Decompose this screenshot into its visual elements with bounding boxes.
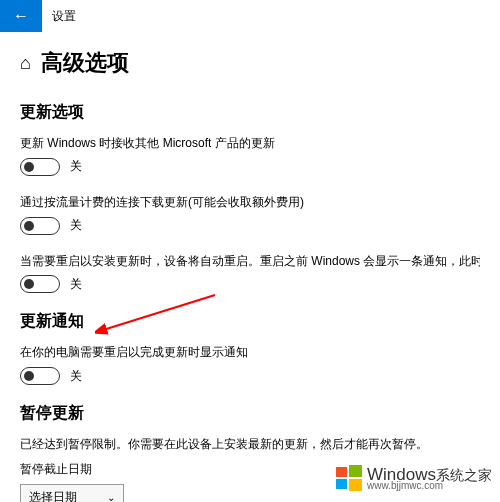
titlebar: ← 设置 <box>0 0 500 32</box>
toggle-auto-restart[interactable] <box>20 275 60 293</box>
section-update-options: 更新选项 更新 Windows 时接收其他 Microsoft 产品的更新 关 … <box>20 102 480 293</box>
toggle-metered-connection[interactable] <box>20 217 60 235</box>
page-title: 高级选项 <box>41 48 129 78</box>
section-update-notify: 更新通知 在你的电脑需要重启以完成更新时显示通知 关 <box>20 311 480 385</box>
back-button[interactable]: ← <box>0 0 42 32</box>
svg-rect-1 <box>336 467 347 477</box>
toggle-state: 关 <box>70 217 82 234</box>
toggle-state: 关 <box>70 158 82 175</box>
svg-rect-3 <box>336 479 347 489</box>
watermark: Windows系统之家 www.bjjmwc.com <box>335 464 492 492</box>
toggle-other-microsoft-updates[interactable] <box>20 158 60 176</box>
arrow-left-icon: ← <box>13 7 29 25</box>
watermark-url: www.bjjmwc.com <box>367 481 492 491</box>
chevron-down-icon: ⌄ <box>107 492 115 502</box>
svg-rect-2 <box>349 465 362 477</box>
section-title: 更新通知 <box>20 311 480 332</box>
windows-logo-icon <box>335 464 363 492</box>
section-title: 更新选项 <box>20 102 480 123</box>
option-auto-restart: 当需要重启以安装更新时，设备将自动重启。重启之前 Windows 会显示一条通知… <box>20 253 480 294</box>
svg-rect-4 <box>349 479 362 491</box>
page-header: ⌂ 高级选项 <box>20 48 480 78</box>
option-label: 当需要重启以安装更新时，设备将自动重启。重启之前 Windows 会显示一条通知… <box>20 253 480 270</box>
home-icon: ⌂ <box>20 53 31 74</box>
option-metered-connection: 通过按流量计费的连接下载更新(可能会收取额外费用) 关 <box>20 194 480 235</box>
select-placeholder: 选择日期 <box>29 489 77 502</box>
pause-date-select[interactable]: 选择日期 ⌄ <box>20 484 124 502</box>
option-restart-notify: 在你的电脑需要重启以完成更新时显示通知 关 <box>20 344 480 385</box>
window-title: 设置 <box>52 8 76 25</box>
toggle-state: 关 <box>70 276 82 293</box>
toggle-state: 关 <box>70 368 82 385</box>
content-area: ⌂ 高级选项 更新选项 更新 Windows 时接收其他 Microsoft 产… <box>0 32 500 502</box>
option-other-microsoft-updates: 更新 Windows 时接收其他 Microsoft 产品的更新 关 <box>20 135 480 176</box>
pause-description: 已经达到暂停限制。你需要在此设备上安装最新的更新，然后才能再次暂停。 <box>20 436 480 453</box>
toggle-restart-notify[interactable] <box>20 367 60 385</box>
option-label: 更新 Windows 时接收其他 Microsoft 产品的更新 <box>20 135 480 152</box>
option-label: 通过按流量计费的连接下载更新(可能会收取额外费用) <box>20 194 480 211</box>
option-label: 在你的电脑需要重启以完成更新时显示通知 <box>20 344 480 361</box>
section-title: 暂停更新 <box>20 403 480 424</box>
